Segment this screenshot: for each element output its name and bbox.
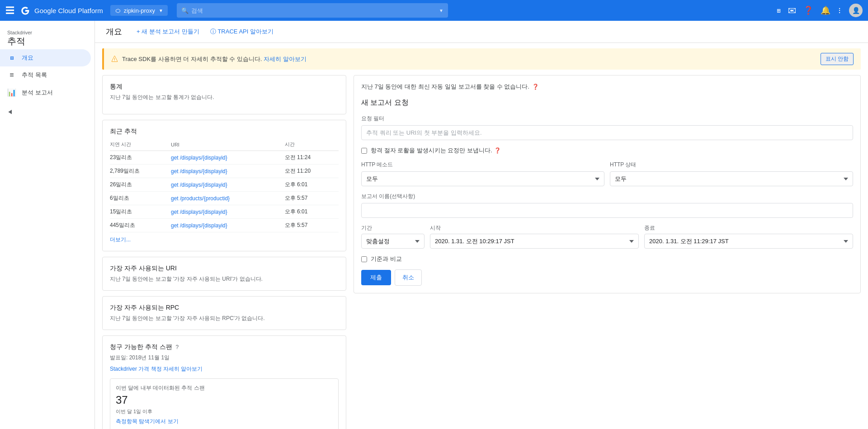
end-time-select[interactable]: 2020. 1.31. 오전 11:29:17 JST (644, 234, 853, 249)
alert-text: ⚠ Trace SDK를 사용하면 더 자세히 추적할 수 있습니다. 자세히 … (111, 55, 307, 63)
cell-latency: 23밀리초 (110, 151, 171, 165)
new-report-button[interactable]: + 새 분석 보고서 만들기 (137, 28, 199, 36)
recent-traces-card: 최근 추적 지연 시간 URI 시간 23밀리초 get /displays/{… (102, 120, 346, 251)
email-icon[interactable]: ✉ (788, 6, 796, 15)
alert-message: Trace SDK를 사용하면 더 자세히 추적할 수 있습니다. (122, 55, 262, 63)
submit-button[interactable]: 제출 (361, 270, 391, 285)
cell-time: 오후 5:57 (285, 219, 339, 232)
filter-input[interactable] (361, 125, 853, 140)
period-select[interactable]: 맞춤설정 최근 1시간 최근 6시간 최근 24시간 (361, 234, 425, 249)
this-month-link[interactable]: 측정항목 탐색기에서 보기 (116, 418, 179, 424)
report-name-input[interactable] (361, 203, 853, 218)
cell-uri[interactable]: get /displays/{displayid} (171, 165, 285, 178)
project-selector[interactable]: ⬡ zipkin-proxy ▼ (110, 5, 168, 16)
trace-list-icon: ≡ (7, 71, 16, 79)
search-dropdown-icon[interactable]: ▼ (439, 8, 443, 13)
search-input[interactable] (191, 7, 436, 14)
top-nav: ☰ Google Cloud Platform ⬡ zipkin-proxy ▼… (0, 0, 868, 21)
apps-icon[interactable]: ⊞ (777, 6, 781, 15)
end-group: 종료 2020. 1.31. 오전 11:29:17 JST (644, 224, 853, 249)
no-report-help-icon[interactable]: ❓ (532, 84, 539, 90)
compare-row: 기준과 비교 (361, 255, 853, 263)
this-month-metric: 이번 달에 내부 데이터화된 추적 스팬 37 이번 달 1일 이후 측정항목 … (110, 378, 339, 429)
time-range-row: 기간 맞춤설정 최근 1시간 최근 6시간 최근 24시간 시작 20 (361, 224, 853, 249)
http-method-select[interactable]: 모두 GET POST PUT DELETE (361, 171, 604, 186)
period-group: 기간 맞춤설정 최근 1시간 최근 6시간 최근 24시간 (361, 224, 425, 249)
http-status-label: HTTP 상태 (610, 161, 853, 169)
start-time-select[interactable]: 2020. 1.31. 오전 10:29:17 JST (430, 234, 639, 249)
compare-label: 기준과 비교 (371, 255, 402, 263)
analysis-icon: 📊 (7, 88, 16, 97)
http-status-group: HTTP 상태 모두 2xx 3xx 4xx 5xx (610, 161, 853, 186)
billing-pricing-link[interactable]: Stackdriver 가격 책정 자세히 알아보기 (110, 365, 339, 373)
billing-title: 청구 가능한 추적 스팬 ? (110, 343, 339, 351)
search-bar: 🔍 ▼ (177, 3, 448, 18)
cancel-button[interactable]: 취소 (395, 269, 422, 286)
billing-card: 청구 가능한 추적 스팬 ? 발표일: 2018년 11월 1일 Stackdr… (102, 335, 346, 429)
cell-uri[interactable]: get /displays/{displayid} (171, 178, 285, 192)
project-caret-icon: ▼ (159, 8, 163, 13)
col-time: 시간 (285, 138, 339, 151)
cell-latency: 6밀리초 (110, 192, 171, 205)
cell-uri[interactable]: get /displays/{displayid} (171, 205, 285, 219)
btn-row: 제출 취소 (361, 269, 853, 286)
cell-uri[interactable]: get /displays/{displayid} (171, 219, 285, 232)
sidebar-header: Stackdriver 추적 (0, 24, 94, 49)
cell-time: 오후 6:01 (285, 178, 339, 192)
http-fields: HTTP 메소드 모두 GET POST PUT DELETE HTTP 상태 (361, 161, 853, 186)
rpc-empty-text: 지난 7일 동안에는 보고할 '가장 자주 사용되는 RPC'가 없습니다. (110, 315, 339, 322)
collapse-icon: ◀ (7, 108, 13, 116)
more-link[interactable]: 더보기... (110, 236, 131, 244)
compare-checkbox[interactable] (361, 256, 367, 262)
sidebar-collapse-button[interactable]: ◀ (0, 101, 94, 123)
help-icon[interactable]: ❓ (803, 5, 813, 15)
project-icon: ⬡ (115, 7, 121, 14)
uri-empty-text: 지난 7일 동안에는 보고할 '가장 자주 사용되는 URI'가 없습니다. (110, 275, 339, 283)
alert-link[interactable]: 자세히 알아보기 (264, 55, 307, 63)
cell-uri[interactable]: get /products/{productid} (171, 192, 285, 205)
start-group: 시작 2020. 1.31. 오전 10:29:17 JST (430, 224, 639, 249)
this-month-sub: 이번 달 1일 이후 (116, 408, 333, 415)
cell-uri[interactable]: get /displays/{displayid} (171, 151, 285, 165)
main-content: 개요 + 새 분석 보고서 만들기 ⓘ TRACE API 알아보기 ⚠ Tra… (95, 21, 868, 429)
sidebar-item-analysis[interactable]: 📊 분석 보고서 (0, 84, 91, 101)
new-report-label: + 새 분석 보고서 만들기 (137, 28, 199, 36)
stats-card: 통계 지난 7일 동안에는 보고할 통계가 없습니다. (102, 75, 346, 114)
end-label: 종료 (644, 224, 853, 232)
rpc-card: 가장 자주 사용되는 RPC 지난 7일 동안에는 보고할 '가장 자주 사용되… (102, 296, 346, 330)
http-status-select[interactable]: 모두 2xx 3xx 4xx 5xx (610, 171, 853, 186)
sidebar-item-overview[interactable]: ⊞ 개요 (0, 49, 91, 66)
notifications-icon[interactable]: 🔔 (821, 5, 830, 15)
report-card: 지난 7일 동안에 대한 최신 자동 일일 보고서를 찾을 수 없습니다. ❓ … (354, 75, 861, 293)
dismiss-button[interactable]: 표시 안함 (821, 53, 854, 65)
sidebar-item-trace-list[interactable]: ≡ 추적 목록 (0, 66, 91, 84)
left-panel: 통계 지난 7일 동안에는 보고할 통계가 없습니다. 최근 추적 지연 시간 … (102, 75, 346, 429)
table-row: 6밀리초 get /products/{productid} 오후 5:57 (110, 192, 339, 205)
avatar[interactable]: 👤 (849, 4, 863, 17)
sidebar-item-overview-label: 개요 (22, 54, 33, 62)
alert-banner: ⚠ Trace SDK를 사용하면 더 자세히 추적할 수 있습니다. 자세히 … (102, 48, 861, 70)
this-month-label: 이번 달에 내부 데이터화된 추적 스팬 (116, 384, 333, 392)
table-row: 26밀리초 get /displays/{displayid} 오후 6:01 (110, 178, 339, 192)
brand-logo: Google Cloud Platform (20, 5, 103, 16)
error-only-checkbox[interactable] (361, 148, 367, 154)
trace-api-button[interactable]: ⓘ TRACE API 알아보기 (210, 28, 274, 36)
start-label: 시작 (430, 224, 639, 232)
google-icon (20, 5, 31, 16)
stats-empty-text: 지난 7일 동안에는 보고할 통계가 없습니다. (110, 94, 339, 101)
new-report-form-title: 새 보고서 요청 (361, 98, 853, 108)
hamburger-icon[interactable]: ☰ (5, 5, 14, 17)
cell-time: 오전 11:24 (285, 151, 339, 165)
product-line: Stackdriver (7, 30, 87, 35)
project-name: zipkin-proxy (124, 7, 155, 14)
billing-help-icon[interactable]: ? (176, 344, 179, 350)
error-help-icon[interactable]: ❓ (494, 147, 501, 154)
http-method-label: HTTP 메소드 (361, 161, 604, 169)
more-icon[interactable]: ⋮ (838, 6, 842, 15)
cell-latency: 445밀리초 (110, 219, 171, 232)
page-title: 개요 (106, 26, 122, 37)
sidebar-item-trace-list-label: 추적 목록 (22, 71, 47, 79)
filter-label: 요청 필터 (361, 115, 853, 123)
no-report-notice: 지난 7일 동안에 대한 최신 자동 일일 보고서를 찾을 수 없습니다. ❓ (361, 83, 853, 91)
report-name-row: 보고서 이름(선택사항) (361, 193, 853, 218)
